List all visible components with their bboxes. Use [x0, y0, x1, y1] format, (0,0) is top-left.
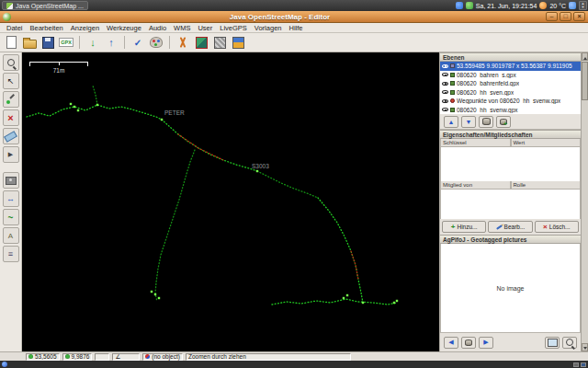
scrollbar-down-arrow[interactable]: [582, 343, 588, 351]
add-property-button[interactable]: Hinzu...: [442, 221, 486, 233]
tray-update-icon[interactable]: [466, 2, 473, 9]
ruler-icon: [4, 131, 17, 143]
save-button[interactable]: [40, 35, 56, 51]
bottom-panel-launcher-icon[interactable]: [2, 362, 7, 367]
zoom-best-fit-button[interactable]: [545, 337, 560, 349]
measure-tool-button[interactable]: [3, 128, 19, 144]
export-gpx-button[interactable]: GPX: [58, 35, 74, 51]
camera-icon: [6, 177, 17, 185]
download-button[interactable]: [85, 35, 101, 51]
layer-visible-icon[interactable]: [442, 108, 448, 111]
remove-image-button[interactable]: [461, 337, 476, 349]
panel-scroll-arrows[interactable]: ▲▼: [579, 1, 587, 10]
map-canvas[interactable]: PETERS3003 71m: [22, 52, 439, 351]
open-button[interactable]: [21, 35, 38, 51]
tray-network-icon[interactable]: [456, 2, 463, 9]
grid-tool-button[interactable]: [3, 246, 19, 262]
validate-button[interactable]: [130, 35, 146, 51]
layers-panel-header[interactable]: Ebenen: [440, 52, 581, 62]
layer-row[interactable]: 080620_bahrenfeld.gpx: [440, 79, 581, 88]
layer-row[interactable]: 080620_bahren_s.gpx: [440, 71, 581, 80]
temperature-label: 20 °C: [549, 3, 566, 9]
wms-adjust-tool-button[interactable]: [3, 190, 19, 207]
taskbar-window-button[interactable]: Java OpenStreetMap ...: [2, 1, 88, 10]
trash-applet-icon[interactable]: [581, 362, 586, 367]
key-column-header[interactable]: Schlüssel: [440, 139, 511, 147]
window-content: PETERS3003 71m Ebenen 53.559485 9.901978…: [0, 52, 588, 351]
layer-visible-icon[interactable]: [442, 82, 448, 86]
images-panel-header[interactable]: AgPifoJ - Geotagged pictures: [440, 235, 581, 244]
layer-row[interactable]: Wegpunkte von 080620_hh_svenw.gpx: [440, 97, 581, 106]
delete-tool-button[interactable]: [3, 109, 19, 126]
mappaint-button[interactable]: [148, 35, 164, 51]
value-column-header[interactable]: Wert: [511, 139, 582, 147]
menu-datei[interactable]: Datei: [3, 24, 27, 32]
layer-row[interactable]: 53.559485 9.9019787 x 53.56387 9.911905: [440, 62, 581, 71]
audio-tool-button[interactable]: [3, 146, 19, 163]
properties-table-header: Schlüssel Wert: [440, 139, 581, 147]
database-merge-icon: [500, 119, 507, 125]
upload-button[interactable]: [103, 35, 119, 51]
minimize-button[interactable]: [546, 12, 558, 21]
edit-property-button[interactable]: Bearb...: [488, 221, 532, 233]
workspace-switcher[interactable]: [573, 362, 579, 367]
clock[interactable]: Sa, 21. Jun, 19:21:54: [476, 3, 537, 9]
layer-row[interactable]: 080620_hh_svenw.gpx: [440, 106, 581, 115]
wms-npe-button[interactable]: [211, 35, 228, 51]
annotation-tool-button[interactable]: [3, 227, 19, 244]
slippymap-button[interactable]: [230, 35, 246, 51]
zoom-tool-button[interactable]: [3, 54, 19, 71]
add-property-label: Hinzu...: [457, 224, 477, 230]
layer-name: 080620_bahrenfeld.gpx: [457, 80, 519, 86]
properties-table-body[interactable]: [440, 147, 581, 181]
pencil-icon: [496, 224, 503, 230]
preferences-button[interactable]: [175, 35, 191, 51]
draw-node-tool-button[interactable]: [3, 91, 19, 108]
member-column-header[interactable]: Mitglied von: [440, 181, 511, 190]
image-zoom-button[interactable]: [562, 337, 577, 349]
layer-move-up-button[interactable]: [444, 116, 458, 128]
scrollbar-thumb[interactable]: [582, 62, 588, 100]
role-column-header[interactable]: Rolle: [511, 181, 582, 190]
layer-row[interactable]: 080620_hh_sven.gpx: [440, 88, 581, 98]
menu-user[interactable]: User: [194, 24, 216, 32]
weather-icon[interactable]: [539, 2, 547, 9]
database-icon: [465, 339, 472, 346]
lakewalker-tool-button[interactable]: [3, 209, 19, 225]
red-x-icon: [543, 223, 548, 231]
layer-visible-icon[interactable]: [442, 90, 448, 94]
new-button[interactable]: [3, 35, 19, 51]
menu-bearbeiten[interactable]: Bearbeiten: [27, 24, 67, 32]
menu-audio[interactable]: Audio: [145, 24, 170, 32]
layer-merge-button[interactable]: [496, 116, 511, 128]
properties-panel-title: Eigenschaften/Mitgliedschaften: [443, 132, 533, 138]
layer-visible-icon[interactable]: [442, 99, 448, 103]
window-titlebar[interactable]: Java OpenStreetMap - Editor: [0, 11, 588, 23]
toolbar-separator: [169, 36, 170, 49]
membership-table-body[interactable]: [440, 190, 581, 219]
menu-hilfe[interactable]: Hilfe: [285, 24, 306, 32]
previous-image-button[interactable]: [444, 337, 458, 349]
right-panel-scrollbar[interactable]: [581, 52, 588, 351]
select-tool-button[interactable]: [3, 73, 19, 89]
menu-anzeigen[interactable]: Anzeigen: [67, 24, 103, 32]
close-button[interactable]: [573, 12, 585, 21]
layer-delete-button[interactable]: [479, 116, 493, 128]
menu-wms[interactable]: WMS: [170, 24, 194, 32]
delete-property-button[interactable]: Lösch...: [535, 221, 579, 233]
database-icon: [482, 118, 491, 125]
tray-volume-icon[interactable]: [569, 2, 576, 9]
next-image-button[interactable]: [479, 337, 493, 349]
photo-tool-button[interactable]: [3, 172, 19, 189]
wms-landsat-button[interactable]: [193, 35, 209, 51]
pliers-icon: [177, 37, 188, 48]
menu-werkzeuge[interactable]: Werkzeuge: [103, 24, 145, 32]
layer-visible-icon[interactable]: [442, 64, 448, 68]
scrollbar-up-arrow[interactable]: [582, 52, 588, 61]
menu-livegps[interactable]: LiveGPS: [216, 24, 251, 32]
layer-visible-icon[interactable]: [442, 73, 448, 76]
maximize-button[interactable]: [560, 12, 571, 21]
properties-panel-header[interactable]: Eigenschaften/Mitgliedschaften: [440, 130, 581, 139]
layer-move-down-button[interactable]: [461, 116, 476, 128]
menu-vorlagen[interactable]: Vorlagen: [251, 24, 286, 32]
